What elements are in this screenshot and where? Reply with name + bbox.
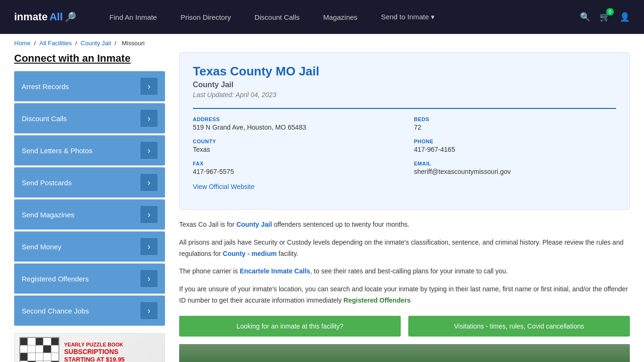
description: Texas Co Jail is for County Jail offende…: [179, 219, 630, 306]
ad-line1: YEARLY PUZZLE BOOK: [64, 341, 160, 348]
beds-item: BEDS 72: [414, 116, 616, 131]
sidebar-item-label-6: Registered Offenders: [22, 275, 89, 283]
logo[interactable]: inmate All 🔎: [14, 11, 76, 23]
ad-price: STARTING AT $19.95: [64, 356, 160, 362]
ad-text: YEARLY PUZZLE BOOK SUBSCRIPTIONS STARTIN…: [64, 341, 160, 362]
search-icon[interactable]: 🔍: [580, 12, 590, 22]
sidebar-item-6[interactable]: Registered Offenders›: [14, 263, 165, 294]
email-item: EMAIL sheriff@texascountymissouri.gov: [414, 161, 616, 175]
visitations-button[interactable]: Visitations - times, rules, Covid cancel…: [408, 316, 630, 337]
ad-line2: SUBSCRIPTIONS: [64, 348, 160, 356]
phone-label: PHONE: [414, 139, 616, 144]
county-value: Texas: [193, 146, 395, 153]
header-icons: 🔍 🛒 0 👤: [580, 12, 630, 22]
email-value: sheriff@texascountymissouri.gov: [414, 168, 616, 175]
sidebar-item-arrow-1: ›: [140, 110, 157, 127]
main-container: Connect with an Inmate Arrest Records›Di…: [0, 52, 644, 362]
county-jail-link-1[interactable]: County Jail: [236, 221, 272, 228]
phone-value: 417-967-4165: [414, 146, 616, 153]
county-item: COUNTY Texas: [193, 139, 395, 153]
address-label: ADDRESS: [193, 116, 395, 122]
official-website-link[interactable]: View Official Website: [193, 183, 255, 190]
logo-text: inmate: [14, 11, 48, 23]
desc-para-2: All prisons and jails have Security or C…: [179, 237, 630, 260]
desc-para-4: If you are unsure of your inmate's locat…: [179, 284, 630, 306]
sidebar-item-arrow-3: ›: [140, 174, 157, 191]
email-label: EMAIL: [414, 161, 616, 166]
fax-label: FAX: [193, 161, 395, 166]
sidebar-item-arrow-7: ›: [140, 302, 157, 319]
sidebar-item-5[interactable]: Send Money›: [14, 231, 165, 262]
sidebar-item-arrow-4: ›: [140, 206, 157, 223]
fax-item: FAX 417-967-5575: [193, 161, 395, 175]
details-grid: ADDRESS 519 N Grand Ave, Houston, MO 654…: [193, 108, 616, 175]
sidebar-item-arrow-2: ›: [140, 142, 157, 159]
sidebar-item-arrow-5: ›: [140, 238, 157, 255]
nav-send-to-inmate[interactable]: Send to Inmate ▾: [381, 13, 435, 21]
breadcrumb-county-jail[interactable]: County Jail: [81, 40, 111, 47]
sidebar-item-label-3: Send Postcards: [22, 179, 72, 187]
logo-icon: 🔎: [65, 11, 76, 23]
county-label: COUNTY: [193, 139, 395, 144]
sidebar-item-label-1: Discount Calls: [22, 115, 67, 123]
address-item: ADDRESS 519 N Grand Ave, Houston, MO 654…: [193, 116, 395, 131]
county-medium-link[interactable]: County - medium: [223, 250, 277, 257]
nav-magazines[interactable]: Magazines: [323, 13, 358, 21]
aerial-image: [179, 344, 630, 362]
user-icon[interactable]: 👤: [619, 12, 630, 22]
ad-banner[interactable]: YEARLY PUZZLE BOOK SUBSCRIPTIONS STARTIN…: [14, 333, 165, 362]
puzzle-grid: [19, 337, 59, 362]
logo-all: All: [50, 11, 63, 23]
sidebar-item-label-2: Send Letters & Photos: [22, 147, 92, 155]
sidebar: Connect with an Inmate Arrest Records›Di…: [14, 52, 165, 362]
sidebar-menu: Arrest Records›Discount Calls›Send Lette…: [14, 71, 165, 326]
facility-type: County Jail: [193, 81, 616, 89]
breadcrumb-home[interactable]: Home: [14, 40, 31, 47]
beds-value: 72: [414, 123, 616, 131]
sidebar-item-label-4: Send Magazines: [22, 211, 74, 219]
registered-offenders-link[interactable]: Registered Offenders: [344, 296, 411, 304]
cart-icon[interactable]: 🛒 0: [600, 12, 610, 22]
fax-value: 417-967-5575: [193, 168, 395, 175]
sidebar-item-arrow-6: ›: [140, 270, 157, 287]
sidebar-item-4[interactable]: Send Magazines›: [14, 199, 165, 230]
content: Texas County MO Jail County Jail Last Up…: [179, 52, 630, 362]
facility-updated: Last Updated: April 04, 2023: [193, 91, 616, 99]
find-inmate-button[interactable]: Looking for an inmate at this facility?: [179, 316, 401, 337]
sidebar-item-label-0: Arrest Records: [22, 82, 69, 90]
sidebar-item-label-7: Second Chance Jobs: [22, 307, 89, 315]
action-buttons: Looking for an inmate at this facility? …: [179, 316, 630, 337]
sidebar-item-1[interactable]: Discount Calls›: [14, 103, 165, 133]
nav-prison-directory[interactable]: Prison Directory: [181, 13, 231, 21]
address-value: 519 N Grand Ave, Houston, MO 65483: [193, 123, 395, 131]
desc-para-1: Texas Co Jail is for County Jail offende…: [179, 219, 630, 230]
sidebar-item-label-5: Send Money: [22, 243, 61, 251]
breadcrumb-all-facilities[interactable]: All Facilities: [40, 40, 72, 47]
facility-name: Texas County MO Jail: [193, 64, 616, 79]
breadcrumb: Home / All Facilities / County Jail / Mi…: [0, 34, 644, 52]
desc-para-3: The phone carrier is Encartele Inmate Ca…: [179, 266, 630, 277]
sidebar-item-2[interactable]: Send Letters & Photos›: [14, 135, 165, 165]
sidebar-item-3[interactable]: Send Postcards›: [14, 167, 165, 197]
header: inmate All 🔎 Find An Inmate Prison Direc…: [0, 0, 644, 34]
cart-badge: 0: [606, 8, 614, 16]
encartele-link[interactable]: Encartele Inmate Calls: [239, 267, 310, 275]
breadcrumb-state: Missouri: [122, 40, 144, 47]
main-nav: Find An Inmate Prison Directory Discount…: [109, 13, 561, 21]
phone-item: PHONE 417-967-4165: [414, 139, 616, 153]
sidebar-item-0[interactable]: Arrest Records›: [14, 71, 165, 101]
nav-discount-calls[interactable]: Discount Calls: [255, 13, 300, 21]
sidebar-title: Connect with an Inmate: [14, 52, 165, 65]
sidebar-item-7[interactable]: Second Chance Jobs›: [14, 296, 165, 326]
facility-card: Texas County MO Jail County Jail Last Up…: [179, 52, 630, 210]
sidebar-item-arrow-0: ›: [140, 78, 157, 95]
nav-find-inmate[interactable]: Find An Inmate: [109, 13, 157, 21]
beds-label: BEDS: [414, 116, 616, 122]
